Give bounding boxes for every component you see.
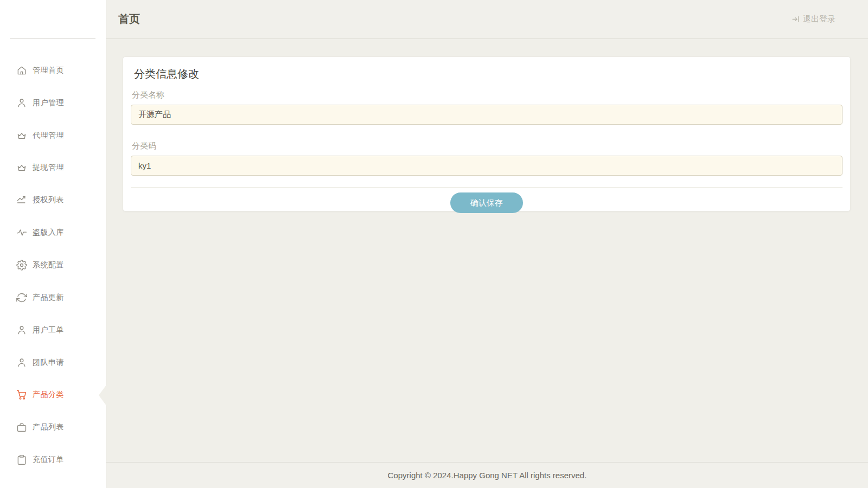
sidebar-item-label: 授权列表 (33, 195, 64, 205)
sidebar-item-label: 代理管理 (33, 131, 64, 140)
sidebar-item-user-management[interactable]: 用户管理 (0, 87, 106, 119)
activity-icon (16, 227, 27, 238)
active-item-notch (99, 385, 106, 406)
sidebar: 管理首页 用户管理 代理管理 提现管理 授权列表 (0, 0, 106, 488)
sidebar-item-piracy-intake[interactable]: 盗版入库 (0, 216, 106, 249)
sidebar-item-product-update[interactable]: 产品更新 (0, 281, 106, 314)
confirm-save-button[interactable]: 确认保存 (450, 192, 523, 213)
sidebar-item-label: 系统配置 (33, 260, 64, 270)
sidebar-item-label: 产品列表 (33, 422, 64, 432)
sidebar-item-label: 充值订单 (33, 455, 64, 465)
sidebar-item-product-category[interactable]: 产品分类 (0, 378, 106, 411)
footer: Copyright © 2024.Happy Gong NET All righ… (106, 462, 868, 488)
page-title: 首页 (118, 12, 140, 27)
user-icon (16, 325, 27, 336)
sidebar-item-label: 管理首页 (33, 66, 64, 75)
sidebar-item-product-list[interactable]: 产品列表 (0, 411, 106, 444)
crown-icon (16, 162, 27, 173)
clipboard-icon (16, 454, 27, 465)
field-category-code: 分类码 (131, 141, 843, 176)
topbar: 首页 退出登录 (106, 0, 868, 39)
gear-icon (16, 260, 27, 271)
main-area: 首页 退出登录 分类信息修改 分类名称 分类码 确认保存 Copyright ©… (106, 0, 868, 488)
category-name-label: 分类名称 (132, 90, 843, 100)
logout-button[interactable]: 退出登录 (792, 14, 835, 24)
logout-label: 退出登录 (803, 14, 835, 24)
sidebar-item-label: 用户工单 (33, 325, 64, 335)
copyright-text: Copyright © 2024.Happy Gong NET All righ… (388, 471, 587, 480)
sidebar-item-label: 产品更新 (33, 293, 64, 303)
crown-icon (16, 130, 27, 141)
sidebar-item-label: 盗版入库 (33, 228, 64, 237)
card-title: 分类信息修改 (134, 67, 843, 81)
sidebar-item-label: 用户管理 (33, 98, 64, 108)
content-area: 分类信息修改 分类名称 分类码 确认保存 (106, 39, 868, 462)
field-category-name: 分类名称 (131, 90, 843, 125)
sidebar-item-withdrawal-management[interactable]: 提现管理 (0, 152, 106, 184)
category-edit-card: 分类信息修改 分类名称 分类码 确认保存 (123, 56, 851, 211)
category-code-input[interactable] (131, 156, 843, 176)
sidebar-item-recharge-orders[interactable]: 充值订单 (0, 444, 106, 476)
sidebar-item-label: 产品分类 (33, 390, 64, 400)
briefcase-icon (16, 422, 27, 433)
sidebar-divider (10, 38, 95, 39)
sidebar-item-label: 提现管理 (33, 163, 64, 172)
sidebar-item-agent-management[interactable]: 代理管理 (0, 119, 106, 152)
category-name-input[interactable] (131, 105, 843, 125)
sidebar-item-team-application[interactable]: 团队申请 (0, 346, 106, 379)
button-row: 确认保存 (131, 187, 843, 213)
user-icon (16, 357, 27, 368)
cart-icon (16, 389, 27, 400)
sidebar-item-admin-home[interactable]: 管理首页 (0, 54, 106, 87)
logout-icon (792, 15, 801, 24)
home-icon (16, 65, 27, 76)
sidebar-item-authorization-list[interactable]: 授权列表 (0, 184, 106, 216)
refresh-icon (16, 292, 27, 303)
trending-up-icon (16, 195, 27, 206)
user-icon (16, 98, 27, 108)
sidebar-nav: 管理首页 用户管理 代理管理 提现管理 授权列表 (0, 54, 106, 476)
sidebar-item-user-tickets[interactable]: 用户工单 (0, 314, 106, 346)
sidebar-item-system-config[interactable]: 系统配置 (0, 249, 106, 281)
sidebar-item-label: 团队申请 (33, 358, 64, 368)
category-code-label: 分类码 (132, 141, 843, 151)
